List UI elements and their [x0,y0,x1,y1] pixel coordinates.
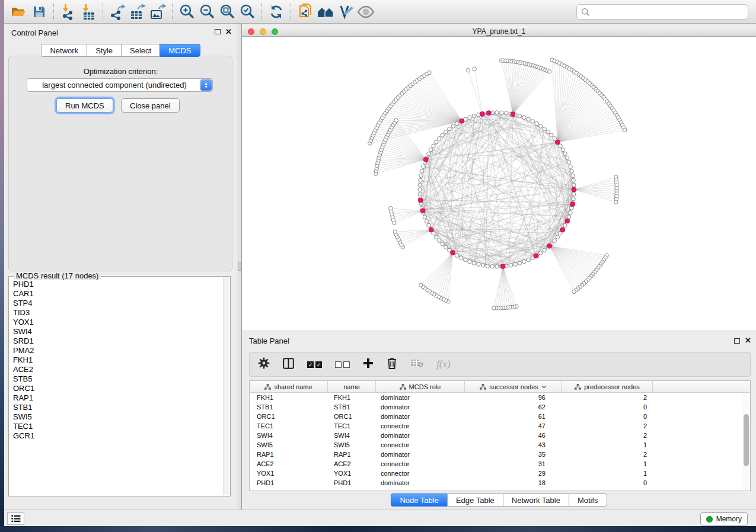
table-row[interactable]: FKH1FKH1dominator962 [250,393,750,402]
mcds-result-item[interactable]: YOX1 [13,318,223,327]
control-panel-tabs: Network Style Select MCDS [4,44,237,57]
zoom-fit-icon[interactable] [217,2,237,22]
tab-edge-table[interactable]: Edge Table [447,493,503,507]
select-all-icon[interactable]: ✓✓ [307,361,322,368]
open-file-icon[interactable] [9,2,29,22]
column-header-successor-nodes[interactable]: successor nodes [465,381,562,392]
deselect-all-icon[interactable] [335,361,350,368]
tab-mcds[interactable]: MCDS [160,44,200,57]
table-cell: 1 [562,440,653,450]
mcds-result-item[interactable]: STB1 [13,403,223,412]
mcds-result-item[interactable]: STB5 [13,374,223,384]
refresh-icon[interactable] [266,2,286,22]
close-panel-button[interactable]: Close panel [121,98,180,113]
toolbar-separator [103,4,103,20]
table-cell: 35 [465,450,562,459]
table-cell: ORC1 [250,412,328,421]
table-row[interactable]: YOX1YOX1connector291 [250,469,750,478]
table-row[interactable]: SWI4SWI4dominator462 [250,431,750,440]
import-table-icon[interactable] [78,2,98,22]
export-to-web-icon[interactable] [295,2,315,22]
table-cell: dominator [376,431,465,440]
mcds-result-item[interactable]: CAR1 [13,289,223,299]
mcds-result-item[interactable]: STP4 [13,299,223,308]
column-header-name[interactable]: name [328,381,376,392]
delete-table-icon [410,359,423,370]
table-cell: STB1 [328,402,376,412]
settings-gear-icon[interactable] [258,357,270,371]
mcds-result-item[interactable]: SWI5 [13,412,223,422]
table-row[interactable]: STB1STB1dominator620 [250,402,750,412]
column-header-mcds-role[interactable]: MCDS role [376,381,465,392]
table-row[interactable]: SWI5SWI5connector431 [250,440,750,450]
zoom-in-icon[interactable] [177,2,197,22]
memory-button[interactable]: Memory [700,512,748,525]
toggle-view-icon[interactable] [356,2,376,22]
tab-network-table[interactable]: Network Table [503,493,569,507]
panel-splitter[interactable] [237,24,242,509]
tab-node-table[interactable]: Node Table [391,493,447,507]
table-row[interactable]: TEC1TEC1connector472 [250,421,750,431]
float-panel-icon[interactable] [734,338,740,344]
splitter-handle-icon[interactable] [238,262,241,271]
table-tabs: Node Table Edge Table Network Table Moti… [242,493,756,507]
import-network-icon[interactable] [58,2,78,22]
tab-motifs[interactable]: Motifs [569,493,607,507]
network-overview-icon[interactable] [315,2,336,22]
table-cell: 2 [562,421,653,431]
table-cell: dominator [376,402,465,412]
mcds-result-item[interactable]: SRD1 [13,336,223,346]
table-row[interactable]: PHD1PHD1dominator180 [250,478,750,488]
tab-style[interactable]: Style [87,44,121,57]
show-panels-list-icon[interactable] [7,512,24,525]
export-image-icon[interactable] [148,2,168,22]
search-input[interactable] [590,6,748,18]
delete-column-icon[interactable] [387,357,397,371]
table-header-row: shared name name MCDS role successor nod… [250,381,750,393]
table-cell: PHD1 [250,478,328,488]
table-cell: ACE2 [328,459,376,469]
show-columns-icon[interactable] [283,358,294,371]
table-row[interactable]: ACE2ACE2connector311 [250,459,750,469]
tab-network[interactable]: Network [41,44,87,57]
mcds-result-item[interactable]: ACE2 [13,365,223,374]
column-header-predecessor-nodes[interactable]: predecessor nodes [562,381,653,392]
mcds-result-item[interactable]: TID3 [13,308,223,318]
close-panel-icon[interactable]: ✕ [745,336,751,345]
table-cell: TEC1 [250,421,328,431]
mcds-result-item[interactable]: SWI4 [13,327,223,336]
close-panel-icon[interactable]: ✕ [225,27,232,36]
criterion-dropdown[interactable]: largest connected component (undirected)… [27,78,213,92]
network-window: YPA_prune.txt_1 [242,26,756,330]
tab-select[interactable]: Select [121,44,160,57]
export-network-icon[interactable] [107,2,127,22]
zoom-selected-icon[interactable] [237,2,257,22]
table-cell: 1 [562,469,653,478]
float-panel-icon[interactable] [215,29,221,34]
mcds-result-item[interactable]: ORC1 [13,384,223,393]
table-row[interactable]: RAP1RAP1dominator352 [250,450,750,459]
mcds-list-scrollbar[interactable] [223,277,229,495]
mcds-result-item[interactable]: PMA2 [13,346,223,355]
table-cell: 61 [465,412,562,421]
column-header-shared-name[interactable]: shared name [250,381,328,392]
table-scrollbar[interactable] [743,394,749,490]
mcds-result-item[interactable]: RAP1 [13,393,223,403]
network-canvas[interactable] [242,37,756,330]
mcds-result-item[interactable]: PHD1 [13,280,223,289]
add-column-icon[interactable] [363,358,374,371]
mcds-result-item[interactable]: TEC1 [13,422,223,431]
table-row[interactable]: ORC1ORC1dominator610 [250,412,750,421]
scrollbar-thumb[interactable] [744,414,749,466]
table-cell: 0 [562,412,653,421]
control-panel-title: Control Panel [11,28,58,37]
mcds-result-item[interactable]: FKH1 [13,355,223,365]
run-mcds-button[interactable]: Run MCDS [56,98,113,113]
mcds-result-list: PHD1CAR1STP4TID3YOX1SWI4SRD1PMA2FKH1ACE2… [9,278,223,495]
save-icon[interactable] [29,2,49,22]
zoom-out-icon[interactable] [197,2,217,22]
network-title: YPA_prune.txt_1 [242,27,756,36]
hide-labels-icon[interactable] [336,2,356,22]
export-table-icon[interactable] [127,2,148,22]
mcds-result-item[interactable]: GCR1 [13,431,223,441]
